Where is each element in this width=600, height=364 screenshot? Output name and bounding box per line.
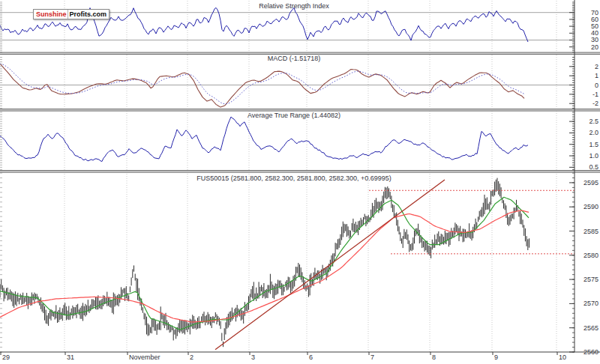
x-axis-label: 8 [432,354,436,361]
y-axis-label-price: 2585 [584,228,598,235]
y-axis-label-atr: 2.0 [589,129,598,136]
panel-title-macd: MACD (-1.51718) [268,55,321,62]
x-axis-labels: 2931November23678910 [1,352,566,361]
macd-line [0,64,524,107]
chart-canvas: Relative Strength Index706050403020MACD … [0,0,600,364]
y-axis-label-rsi: 20 [591,43,598,51]
panel-title-atr: Average True Range (1.44082) [248,112,340,119]
y-axis-label-price: 2570 [584,300,598,307]
x-axis-label: 31 [67,354,74,361]
x-axis-label: 10 [559,354,566,361]
y-axis-label-atr: 1.5 [589,141,598,148]
logo-text-sunshine: Sunshine [34,10,68,19]
ma-slow-line [0,210,529,322]
x-axis-label: 2 [190,354,194,361]
panel-separator [0,171,600,173]
y-axis-label-price: 2565 [584,324,598,332]
x-axis-label: 3 [251,354,255,361]
y-axis-label-price: 2590 [584,203,598,210]
axis-ticks-macd [0,57,574,108]
y-axis-label-price: 2595 [584,179,598,186]
panel-separator [0,52,600,55]
x-axis-label: 7 [370,354,374,361]
axis-ticks-atr [0,112,574,169]
sunshineprofits-logo: Sunshine Profits.com [33,9,110,19]
x-axis-label: 9 [494,354,498,361]
panel-macd: MACD (-1.51718)210-1-2 [0,55,598,108]
x-axis-label: November [129,354,160,361]
atr-line [0,117,528,162]
y-axis-label-atr: 1.0 [589,152,598,160]
panel-atr: Average True Range (1.44082)2.52.01.51.0… [0,112,598,171]
y-axis-label-macd: -1 [592,91,598,98]
panel-price: FUS50015 (2581.800, 2582.300, 2581.800, … [0,173,598,356]
panel-title-rsi: Relative Strength Index [259,2,329,10]
y-axis-label-macd: 2 [595,63,598,70]
axis-ticks-price [0,173,574,352]
y-axis-label-macd: -2 [592,100,598,107]
price-bars [0,178,530,348]
price-chart-window: Relative Strength Index706050403020MACD … [0,0,600,364]
y-axis-label-price: 2580 [584,252,598,259]
y-axis-label-atr: 2.5 [589,118,598,125]
x-axis-label: 6 [309,354,313,361]
panel-title-price: FUS50015 (2581.800, 2582.300, 2581.800, … [196,175,391,182]
panel-separator [0,109,600,112]
y-axis-label-macd: 0 [595,82,598,89]
logo-text-profits: Profits.com [68,10,110,19]
y-axis-label-price: 2575 [584,276,598,283]
y-axis-label-atr: 0.5 [589,163,598,171]
x-axis-label: 29 [2,354,10,361]
rising-trendline [215,180,445,350]
y-axis-label-macd: 1 [595,72,598,79]
